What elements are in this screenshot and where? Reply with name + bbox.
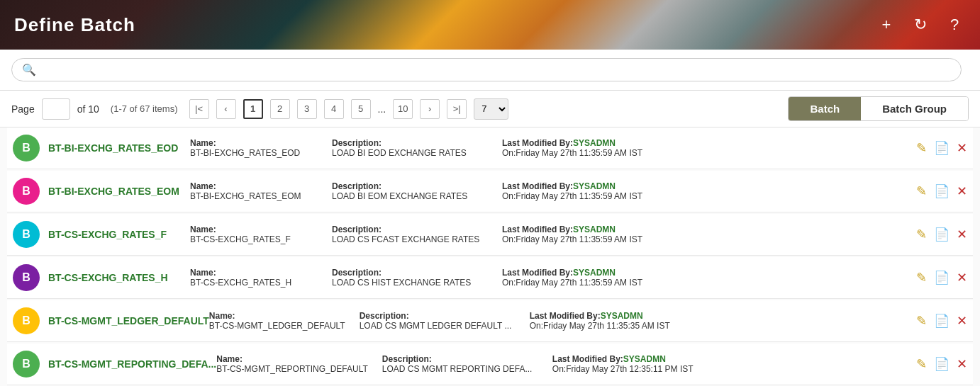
modified-label: Last Modified By:SYSADMN bbox=[502, 225, 672, 234]
delete-icon[interactable]: ✕ bbox=[957, 270, 967, 285]
modified-on: On:Friday May 27th 11:35:59 AM IST bbox=[502, 234, 672, 244]
copy-icon[interactable]: 📄 bbox=[934, 356, 950, 372]
desc-value: LOAD BI EOM EXCHANGE RATES bbox=[332, 191, 488, 201]
edit-icon[interactable]: ✎ bbox=[916, 356, 927, 372]
item-meta: Name: BT-CS-EXCHG_RATES_F Description: L… bbox=[190, 225, 916, 244]
meta-desc-col: Description: LOAD CS HIST EXCHANGE RATES bbox=[332, 268, 488, 288]
item-actions: ✎ 📄 ✕ bbox=[916, 270, 967, 285]
desc-label: Description: bbox=[332, 268, 488, 278]
edit-icon[interactable]: ✎ bbox=[916, 227, 927, 242]
copy-icon[interactable]: 📄 bbox=[934, 140, 950, 156]
name-value: BT-CS-EXCHG_RATES_H bbox=[190, 278, 318, 288]
delete-icon[interactable]: ✕ bbox=[957, 183, 967, 199]
meta-name-col: Name: BT-BI-EXCHG_RATES_EOD bbox=[190, 138, 318, 158]
list-item: B BT-BI-EXCHG_RATES_EOD Name: BT-BI-EXCH… bbox=[7, 127, 973, 169]
item-name: BT-BI-EXCHG_RATES_EOM bbox=[48, 186, 190, 197]
list-item: B BT-CS-EXCHG_RATES_H Name: BT-CS-EXCHG_… bbox=[7, 257, 973, 299]
name-label: Name: bbox=[190, 225, 318, 234]
meta-modified-col: Last Modified By:SYSADMN On:Friday May 2… bbox=[502, 268, 672, 288]
tab-batch[interactable]: Batch bbox=[789, 97, 861, 120]
help-icon[interactable]: ? bbox=[943, 13, 966, 36]
page-number-input[interactable]: 1 bbox=[42, 98, 70, 120]
item-name: BT-CS-EXCHG_RATES_F bbox=[48, 229, 190, 240]
delete-icon[interactable]: ✕ bbox=[957, 140, 967, 156]
name-value: BT-CS-EXCHG_RATES_F bbox=[190, 234, 318, 244]
page-title: Define Batch bbox=[14, 14, 135, 36]
modified-on: On:Friday May 27th 11:35:59 AM IST bbox=[502, 278, 672, 288]
desc-value: LOAD CS MGMT LEDGER DEFAULT ... bbox=[360, 321, 516, 331]
meta-name-col: Name: BT-CS-MGMT_LEDGER_DEFAULT bbox=[209, 311, 345, 331]
name-value: BT-CS-MGMT_REPORTING_DEFAULT bbox=[216, 364, 368, 374]
name-label: Name: bbox=[216, 354, 368, 364]
meta-modified-col: Last Modified By:SYSADMN On:Friday May 2… bbox=[552, 354, 723, 374]
prev-page-btn[interactable]: ‹ bbox=[216, 99, 236, 119]
desc-value: LOAD CS FCAST EXCHANGE RATES bbox=[332, 234, 488, 244]
page-btn-5[interactable]: 5 bbox=[351, 99, 371, 119]
modified-on: On:Friday May 27th 11:35:59 AM IST bbox=[502, 191, 672, 201]
name-label: Name: bbox=[190, 181, 318, 191]
page-btn-4[interactable]: 4 bbox=[324, 99, 344, 119]
name-label: Name: bbox=[209, 311, 345, 321]
copy-icon[interactable]: 📄 bbox=[934, 313, 950, 329]
delete-icon[interactable]: ✕ bbox=[957, 356, 967, 372]
search-input[interactable] bbox=[42, 64, 951, 76]
name-value: BT-BI-EXCHG_RATES_EOM bbox=[190, 191, 318, 201]
avatar: B bbox=[13, 178, 40, 205]
per-page-select[interactable]: 7 10 25 50 bbox=[474, 98, 508, 120]
add-icon[interactable]: + bbox=[875, 13, 898, 36]
meta-name-col: Name: BT-CS-EXCHG_RATES_F bbox=[190, 225, 318, 244]
item-actions: ✎ 📄 ✕ bbox=[916, 183, 967, 199]
list-item: B BT-CS-MGMT_LEDGER_DEFAULT Name: BT-CS-… bbox=[7, 300, 973, 342]
modified-label: Last Modified By:SYSADMN bbox=[530, 311, 700, 321]
page-btn-10[interactable]: 10 bbox=[393, 99, 413, 119]
item-actions: ✎ 📄 ✕ bbox=[916, 356, 967, 372]
meta-modified-col: Last Modified By:SYSADMN On:Friday May 2… bbox=[502, 225, 672, 244]
first-page-btn[interactable]: |< bbox=[189, 99, 209, 119]
of-total-pages: of 10 bbox=[77, 103, 99, 115]
edit-icon[interactable]: ✎ bbox=[916, 313, 927, 329]
meta-desc-col: Description: LOAD CS FCAST EXCHANGE RATE… bbox=[332, 225, 488, 244]
avatar: B bbox=[13, 135, 40, 161]
page-label: Page bbox=[11, 103, 35, 115]
meta-desc-col: Description: LOAD CS MGMT REPORTING DEFA… bbox=[382, 354, 538, 374]
item-meta: Name: BT-BI-EXCHG_RATES_EOM Description:… bbox=[190, 181, 916, 201]
next-page-btn[interactable]: › bbox=[420, 99, 440, 119]
avatar: B bbox=[13, 264, 40, 291]
meta-name-col: Name: BT-CS-EXCHG_RATES_H bbox=[190, 268, 318, 288]
delete-icon[interactable]: ✕ bbox=[957, 227, 967, 242]
copy-icon[interactable]: 📄 bbox=[934, 270, 950, 285]
avatar: B bbox=[13, 351, 40, 378]
search-icon: 🔍 bbox=[22, 63, 36, 76]
meta-modified-col: Last Modified By:SYSADMN On:Friday May 2… bbox=[502, 181, 672, 201]
page-btn-2[interactable]: 2 bbox=[270, 99, 290, 119]
tab-batch-group[interactable]: Batch Group bbox=[861, 97, 968, 120]
toolbar: Page 1 of 10 (1-7 of 67 items) |< ‹ 1 2 … bbox=[0, 91, 980, 127]
desc-label: Description: bbox=[360, 311, 516, 321]
modified-label: Last Modified By:SYSADMN bbox=[502, 138, 672, 148]
desc-label: Description: bbox=[332, 181, 488, 191]
modified-label: Last Modified By:SYSADMN bbox=[502, 181, 672, 191]
page-btn-3[interactable]: 3 bbox=[297, 99, 317, 119]
refresh-icon[interactable]: ↻ bbox=[909, 13, 932, 36]
copy-icon[interactable]: 📄 bbox=[934, 183, 950, 199]
item-actions: ✎ 📄 ✕ bbox=[916, 140, 967, 156]
name-value: BT-CS-MGMT_LEDGER_DEFAULT bbox=[209, 321, 345, 331]
item-meta: Name: BT-CS-MGMT_REPORTING_DEFAULT Descr… bbox=[216, 354, 916, 374]
meta-desc-col: Description: LOAD BI EOM EXCHANGE RATES bbox=[332, 181, 488, 201]
page-btn-1[interactable]: 1 bbox=[243, 99, 263, 119]
desc-value: LOAD BI EOD EXCHANGE RATES bbox=[332, 148, 488, 158]
desc-value: LOAD CS HIST EXCHANGE RATES bbox=[332, 278, 488, 288]
avatar: B bbox=[13, 307, 40, 334]
item-name: BT-BI-EXCHG_RATES_EOD bbox=[48, 142, 190, 154]
modified-on: On:Friday May 27th 11:35:35 AM IST bbox=[530, 321, 700, 331]
last-page-btn[interactable]: >| bbox=[447, 99, 467, 119]
delete-icon[interactable]: ✕ bbox=[957, 313, 967, 329]
edit-icon[interactable]: ✎ bbox=[916, 270, 927, 285]
edit-icon[interactable]: ✎ bbox=[916, 140, 927, 156]
copy-icon[interactable]: 📄 bbox=[934, 227, 950, 242]
desc-value: LOAD CS MGMT REPORTING DEFA... bbox=[382, 364, 538, 374]
edit-icon[interactable]: ✎ bbox=[916, 183, 927, 199]
meta-modified-col: Last Modified By:SYSADMN On:Friday May 2… bbox=[530, 311, 700, 331]
meta-desc-col: Description: LOAD BI EOD EXCHANGE RATES bbox=[332, 138, 488, 158]
modified-label: Last Modified By:SYSADMN bbox=[502, 268, 672, 278]
